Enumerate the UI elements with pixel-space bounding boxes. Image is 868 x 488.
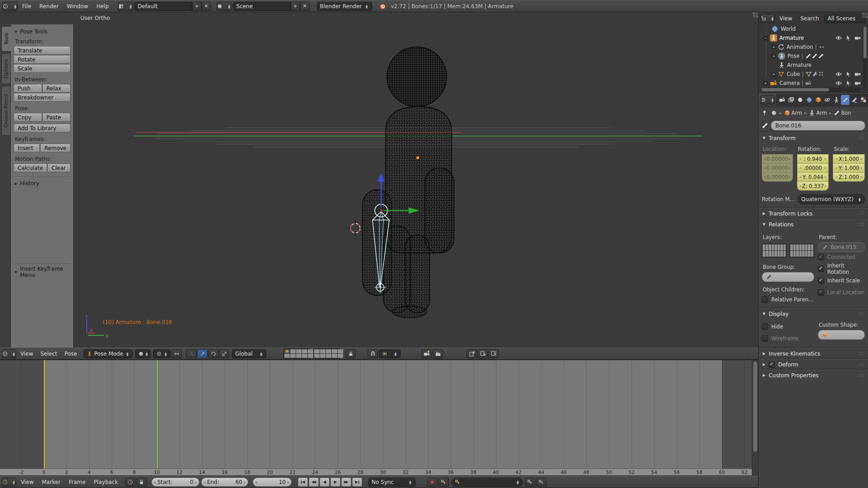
relative-parenting-checkbox[interactable] [762, 296, 768, 303]
camera-restrict-icon[interactable] [854, 35, 861, 41]
editor-type-button-3dview[interactable] [2, 349, 16, 358]
scale-button[interactable]: Scale [14, 64, 71, 73]
layer-cell[interactable] [790, 244, 793, 250]
layer-cell[interactable] [805, 251, 808, 257]
screen-layout-icon-button[interactable] [118, 2, 133, 11]
armature-data-icon[interactable] [809, 110, 815, 116]
rotation-x-field[interactable]: .00000 [797, 163, 829, 173]
layer-cell[interactable] [302, 354, 307, 358]
breakdowner-button[interactable]: Breakdowner [14, 93, 71, 102]
panel-header-relations[interactable]: Relations [759, 219, 868, 230]
tl-menu-frame[interactable]: Frame [65, 479, 89, 485]
layer-cell[interactable] [766, 244, 769, 250]
panel-header-custom-properties[interactable]: Custom Properties [759, 370, 868, 380]
layer-cell[interactable] [774, 244, 777, 250]
prev-keyframe-button[interactable] [309, 478, 319, 487]
layer-cell[interactable] [332, 354, 337, 358]
layer-cell[interactable] [290, 349, 296, 353]
expand-toggle[interactable] [771, 54, 776, 59]
jump-to-start-button[interactable] [298, 478, 308, 487]
outliner-vscrollbar[interactable] [863, 26, 867, 89]
outliner-menu-search[interactable]: Search [797, 15, 822, 22]
cursor-icon[interactable] [845, 35, 851, 41]
panel-drag-dots[interactable] [65, 270, 70, 274]
add-layout-button[interactable]: + [192, 2, 202, 11]
outliner-row-armature[interactable]: Armature [759, 33, 868, 42]
panel-header-inverse-kinematics[interactable]: Inverse Kinematics [759, 348, 868, 359]
panel-drag-dots[interactable] [859, 363, 864, 366]
rotation-w-field[interactable]: : 0.940 [797, 154, 829, 164]
shelf-tab-grease-pencil[interactable]: Grease Pencil [1, 86, 10, 136]
panel-header-pose-tools[interactable]: Pose Tools [14, 28, 71, 35]
bone-icon[interactable] [834, 110, 840, 116]
layer-cell[interactable] [783, 244, 786, 250]
play-button[interactable] [330, 478, 340, 487]
vp-menu-view[interactable]: View [17, 351, 36, 357]
keying-set-field[interactable] [452, 478, 523, 487]
layer-cell[interactable] [799, 251, 802, 257]
expand-toggle[interactable] [771, 72, 776, 77]
layer-cell[interactable] [796, 244, 799, 250]
inherit-scale-checkbox[interactable] [818, 277, 824, 284]
use-preview-range-button[interactable] [125, 478, 136, 487]
paste-flipped-pose-icon-button[interactable] [488, 349, 499, 358]
render-engine-dropdown[interactable]: Blender Render [317, 2, 372, 11]
outliner-row-pose[interactable]: Pose | [759, 52, 868, 61]
layer-cell[interactable] [314, 354, 320, 358]
tl-menu-marker[interactable]: Marker [38, 479, 64, 485]
panel-drag-dots[interactable] [859, 352, 864, 356]
layer-cell[interactable] [332, 349, 337, 353]
panel-header-insert-keyframe-menu[interactable]: Insert Keyframe Menu [14, 263, 71, 278]
layer-cell[interactable] [805, 244, 808, 250]
layer-cell[interactable] [320, 349, 326, 353]
layer-cell[interactable] [338, 354, 343, 358]
pivot-point-dropdown[interactable] [153, 349, 170, 358]
layer-cell[interactable] [314, 349, 320, 353]
layer-cell[interactable] [320, 354, 326, 358]
menu-window[interactable]: Window [63, 3, 92, 9]
outliner-row-world[interactable]: World [759, 24, 868, 33]
viewport-scene[interactable] [74, 12, 758, 347]
outliner-hscrollbar[interactable] [760, 88, 861, 92]
layer-cell[interactable] [338, 349, 343, 353]
relax-button[interactable]: Relax [42, 84, 71, 93]
menu-render[interactable]: Render [36, 3, 62, 9]
breadcrumb-bone[interactable]: Bon [841, 110, 851, 116]
snap-element-dropdown[interactable] [379, 349, 401, 358]
cursor-3d[interactable] [348, 221, 363, 236]
panel-drag-dots[interactable] [65, 30, 70, 33]
panel-drag-dots[interactable] [859, 212, 864, 216]
wireframe-character[interactable] [363, 47, 454, 318]
outliner-vscrollbar-thumb[interactable] [863, 27, 867, 58]
orientation-dropdown[interactable]: Global [232, 349, 266, 358]
custom-shape-field[interactable] [818, 330, 865, 340]
layer-cell[interactable] [284, 349, 290, 353]
eye-icon[interactable] [835, 35, 842, 41]
vp-menu-pose[interactable]: Pose [61, 351, 80, 357]
opengl-render-button[interactable] [421, 349, 432, 358]
expand-toggle[interactable] [763, 81, 768, 86]
layer-cell[interactable] [290, 354, 296, 358]
current-frame-line[interactable] [157, 360, 158, 469]
scene-icon-button[interactable] [217, 2, 232, 11]
layer-cell[interactable] [763, 251, 765, 257]
properties-tab-data[interactable] [832, 95, 840, 105]
layer-cell[interactable] [326, 354, 331, 358]
properties-tab-scene[interactable] [796, 95, 804, 105]
insert-keyframes-button[interactable] [525, 478, 535, 487]
tl-menu-playback[interactable]: Playback [90, 479, 122, 485]
layer-cell[interactable] [302, 349, 307, 353]
layer-cell[interactable] [796, 251, 799, 257]
manipulator-translate-button[interactable] [197, 349, 208, 358]
panel-header-deform[interactable]: Deform [759, 359, 868, 370]
eye-icon[interactable] [835, 80, 842, 86]
properties-tab-world[interactable] [805, 95, 813, 105]
outliner-display-filter-dropdown[interactable]: All Scenes [825, 14, 866, 23]
layer-cell[interactable] [769, 251, 771, 257]
hide-checkbox[interactable] [762, 324, 768, 330]
rotate-button[interactable]: Rotate [14, 55, 71, 64]
outliner-row-camera[interactable]: Camera | [759, 79, 868, 88]
insert-keyframe-button[interactable]: Insert [14, 144, 40, 152]
layer-cell[interactable] [802, 244, 805, 250]
manipulator-axis-button[interactable] [186, 349, 197, 358]
